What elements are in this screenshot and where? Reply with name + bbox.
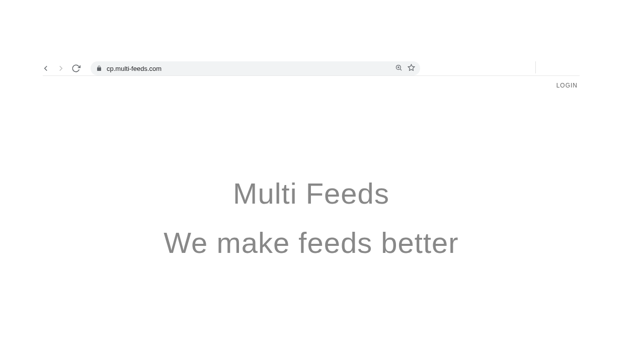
url-input[interactable] [107,65,391,72]
lock-icon [96,65,103,72]
browser-toolbar [39,61,584,75]
bookmark-star-icon[interactable] [408,64,415,73]
svg-marker-4 [408,64,415,70]
login-button[interactable]: LOGIN [556,82,578,89]
reload-button[interactable] [69,62,83,75]
address-bar[interactable] [91,61,420,75]
back-button[interactable] [39,62,52,75]
toolbar-divider [535,61,536,73]
forward-button[interactable] [54,62,67,75]
hero-title: Multi Feeds [43,176,580,211]
zoom-icon[interactable] [395,64,403,73]
header-divider [43,75,580,76]
hero-subtitle: We make feeds better [43,225,580,260]
svg-line-3 [400,69,401,70]
hero-section: Multi Feeds We make feeds better [43,176,580,260]
